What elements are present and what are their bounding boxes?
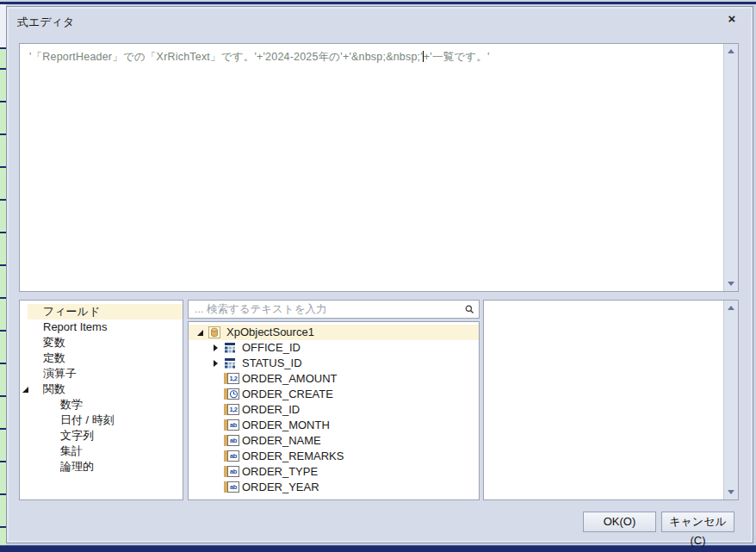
- collapsed-triangle-icon[interactable]: [214, 360, 218, 367]
- tree-item-order-type[interactable]: ab ORDER_TYPE: [189, 464, 479, 480]
- category-label: 数学: [60, 398, 83, 411]
- datasource-icon: [208, 326, 220, 338]
- string-field-icon: ab: [224, 450, 239, 462]
- tree-item-label: OFFICE_ID: [242, 341, 301, 354]
- field-tree: XpObjectSource1 OFFICE_ID: [189, 322, 479, 495]
- tree-item-order-name[interactable]: ab ORDER_NAME: [189, 433, 479, 449]
- category-label: 定数: [43, 351, 65, 364]
- tree-item-label: ORDER_CREATE: [242, 388, 333, 400]
- tree-item-label: XpObjectSource1: [226, 326, 314, 338]
- category-item-variables[interactable]: 変数: [20, 335, 183, 350]
- tree-item-label: ORDER_YEAR: [242, 481, 319, 493]
- category-panel: フィールド Report Items 変数 定数 演算子 関数 数学 日付 / …: [19, 300, 183, 500]
- category-label: 集計: [60, 444, 83, 457]
- description-scrollbar[interactable]: [723, 301, 738, 499]
- search-icon: [465, 305, 474, 314]
- category-list: フィールド Report Items 変数 定数 演算子 関数 数学 日付 / …: [20, 301, 183, 474]
- category-item-logical[interactable]: 論理的: [20, 459, 183, 474]
- screen: 式エディタ × '「ReportHeader」での「XrRichText」です。…: [0, 0, 756, 552]
- tree-item-office-id[interactable]: OFFICE_ID: [189, 340, 479, 356]
- tree-item-label: ORDER_TYPE: [242, 465, 318, 478]
- dialog-title: 式エディタ: [17, 15, 74, 30]
- category-item-string[interactable]: 文字列: [20, 428, 183, 443]
- backdrop-top-line: [0, 2, 756, 4]
- tree-item-datasource[interactable]: XpObjectSource1: [189, 325, 479, 340]
- collapsed-triangle-icon[interactable]: [214, 344, 218, 351]
- category-label: 日付 / 時刻: [60, 413, 115, 426]
- tree-item-order-amount[interactable]: 1,2 ORDER_AMOUNT: [189, 371, 479, 387]
- expression-before-caret: '「ReportHeader」での「XrRichText」です。'+'2024-…: [29, 51, 423, 63]
- category-label: 関数: [43, 382, 65, 395]
- datetime-field-icon: [224, 388, 239, 400]
- string-field-icon: ab: [224, 419, 239, 431]
- tree-item-label: STATUS_ID: [242, 357, 302, 369]
- category-label: 変数: [43, 336, 65, 349]
- tree-item-label: ORDER_AMOUNT: [242, 372, 338, 385]
- string-field-icon: ab: [224, 481, 239, 493]
- tree-item-label: ORDER_REMARKS: [242, 450, 344, 462]
- tree-item-order-id[interactable]: 1,2 ORDER_ID: [189, 402, 479, 418]
- category-item-math[interactable]: 数学: [20, 397, 183, 412]
- numeric-field-icon: 1,2: [224, 373, 239, 384]
- expression-editor[interactable]: '「ReportHeader」での「XrRichText」です。'+'2024-…: [19, 43, 739, 292]
- string-field-icon: ab: [224, 466, 239, 477]
- backdrop-left-grid: [0, 4, 6, 545]
- close-icon[interactable]: ×: [722, 10, 741, 28]
- scroll-up-icon[interactable]: [728, 306, 734, 310]
- search-input[interactable]: [190, 301, 457, 317]
- category-item-constants[interactable]: 定数: [20, 350, 183, 366]
- backdrop-left-top: [0, 4, 6, 49]
- category-label: 論理的: [60, 460, 94, 473]
- expression-scrollbar[interactable]: [723, 44, 738, 291]
- category-label: Report Items: [43, 320, 107, 333]
- category-item-aggregate[interactable]: 集計: [20, 443, 183, 459]
- expanded-triangle-icon[interactable]: [22, 387, 28, 393]
- search-box: [188, 300, 480, 319]
- category-item-datetime[interactable]: 日付 / 時刻: [20, 412, 183, 428]
- tree-item-order-year[interactable]: ab ORDER_YEAR: [189, 480, 479, 495]
- expression-after-caret: +'一覧です。': [424, 51, 490, 63]
- tree-item-status-id[interactable]: STATUS_ID: [189, 356, 479, 371]
- scroll-down-icon[interactable]: [728, 490, 734, 494]
- string-field-icon: ab: [224, 435, 239, 446]
- description-panel: [483, 300, 739, 500]
- field-tree-panel: XpObjectSource1 OFFICE_ID: [188, 321, 480, 500]
- ok-button[interactable]: OK(O): [583, 512, 656, 532]
- category-item-report-items[interactable]: Report Items: [20, 319, 183, 335]
- tree-item-order-remarks[interactable]: ab ORDER_REMARKS: [189, 449, 479, 464]
- table-icon: [224, 357, 236, 369]
- expression-text: '「ReportHeader」での「XrRichText」です。'+'2024-…: [20, 44, 722, 291]
- tree-item-order-month[interactable]: ab ORDER_MONTH: [189, 418, 479, 433]
- category-item-operators[interactable]: 演算子: [20, 366, 183, 381]
- category-item-functions[interactable]: 関数: [20, 381, 183, 397]
- category-label: 演算子: [43, 367, 77, 380]
- category-label: 文字列: [60, 429, 94, 442]
- cancel-button[interactable]: キャンセル(C): [661, 512, 734, 532]
- category-item-fields[interactable]: フィールド: [20, 304, 183, 319]
- scroll-up-icon[interactable]: [728, 49, 734, 53]
- tree-item-label: ORDER_MONTH: [242, 419, 330, 431]
- backdrop-bottom-bar: [0, 545, 756, 552]
- expression-editor-dialog: 式エディタ × '「ReportHeader」での「XrRichText」です。…: [6, 6, 753, 543]
- tree-item-label: ORDER_ID: [242, 403, 300, 416]
- tree-item-order-create[interactable]: ORDER_CREATE: [189, 387, 479, 402]
- category-label: フィールド: [43, 305, 100, 318]
- scroll-down-icon[interactable]: [728, 282, 734, 286]
- expanded-triangle-icon[interactable]: [197, 330, 203, 336]
- tree-item-label: ORDER_NAME: [242, 434, 321, 447]
- table-icon: [224, 342, 236, 353]
- numeric-field-icon: 1,2: [224, 404, 239, 415]
